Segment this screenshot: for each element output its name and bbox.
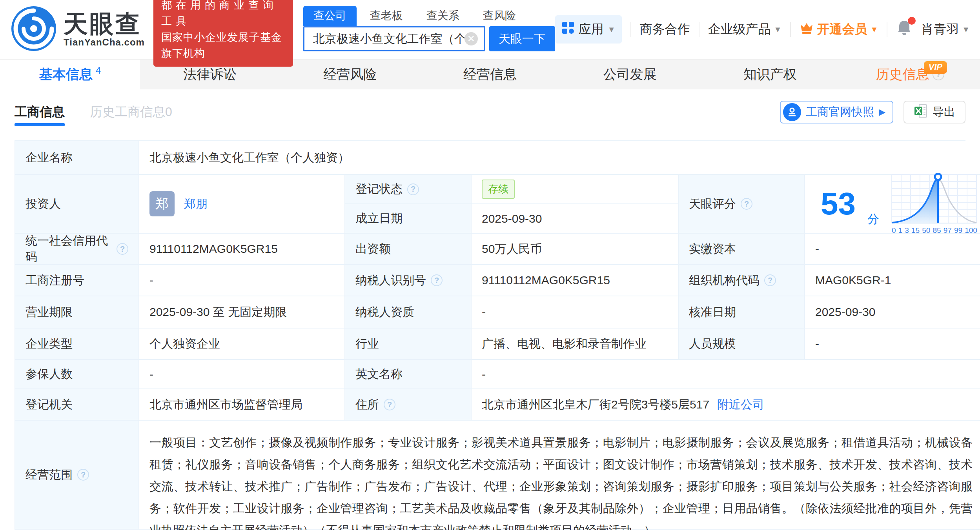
nav-enterprise-products[interactable]: 企业级产品 ▼ [708, 21, 782, 38]
help-icon[interactable]: ? [741, 198, 752, 210]
help-icon[interactable]: ? [77, 469, 89, 481]
brand-domain: TianYanCha.com [64, 37, 145, 48]
divider [887, 22, 887, 37]
subtab-business-info[interactable]: 工商信息 [15, 89, 65, 135]
help-icon[interactable]: ? [431, 274, 443, 286]
notification-bell-icon[interactable] [896, 19, 913, 40]
search-submit-button[interactable]: 天眼一下 [489, 26, 555, 51]
tianyancha-company-page: 天眼查 TianYanCha.com 都在用的商业查询工具 国家中小企业发展子基… [0, 0, 980, 530]
field-company-name-value: 北京极速小鱼文化工作室（个人独资） [139, 141, 980, 175]
field-approval-date-label: 核准日期 [679, 296, 805, 329]
field-company-name-label: 企业名称 [15, 141, 139, 175]
search-area: 查公司 查老板 查关系 查风险 ✕ 天眼一下 [303, 7, 555, 51]
field-term-label: 营业期限 [15, 296, 139, 329]
subsection-bar: 工商信息 历史工商信息0 工商官网快照 ▶ [0, 89, 980, 135]
help-icon[interactable]: ? [117, 243, 128, 255]
field-staff-size-value: - [805, 329, 980, 360]
subtab-history-business-info[interactable]: 历史工商信息0 [90, 89, 172, 135]
brand-name: 天眼查 [64, 11, 141, 37]
user-name: 肖青羽 [921, 21, 959, 38]
field-investor-label: 投资人 [15, 175, 139, 234]
field-company-type-label: 企业类型 [15, 329, 139, 360]
help-icon[interactable]: ? [407, 183, 419, 195]
field-address-value: 北京市通州区北皇木厂街2号院3号楼5层517 附近公司 [472, 389, 980, 421]
field-credit-code-label: 统一社会信用代码? [15, 234, 139, 265]
field-address-label: 住所? [345, 389, 472, 421]
help-icon[interactable]: ? [764, 274, 776, 286]
investor-avatar[interactable]: 郑 [149, 191, 175, 216]
field-score-label: 天眼评分? [679, 175, 805, 234]
field-taxpayer-id-label: 纳税人识别号? [345, 265, 472, 296]
field-investor-value: 郑 郑朋 [139, 175, 345, 234]
field-capital-label: 出资额 [345, 234, 472, 265]
field-org-code-label: 组织机构代码? [679, 265, 805, 296]
user-menu[interactable]: 肖青羽 ▼ [921, 21, 970, 38]
nav-business-cooperation[interactable]: 商务合作 [640, 21, 690, 38]
tab-company-development[interactable]: 公司发展 [560, 60, 700, 89]
field-industry-label: 行业 [345, 329, 472, 360]
field-est-date-label: 成立日期 [345, 204, 472, 234]
field-paid-capital-label: 实缴资本 [679, 234, 805, 265]
apps-menu[interactable]: 应用 ▼ [555, 15, 622, 44]
tab-count-badge: 4 [96, 65, 101, 76]
field-reg-status-label: 登记状态? [345, 175, 472, 204]
field-score-value: 53 分 [805, 175, 980, 234]
slogan-line1: 都在用的商业查询工具 [161, 0, 285, 29]
divider [699, 22, 699, 37]
field-reg-status-value: 存续 [472, 175, 679, 204]
crown-icon [800, 22, 814, 37]
logo-swirl-icon [10, 5, 57, 54]
official-snapshot-button[interactable]: 工商官网快照 ▶ [780, 101, 893, 123]
slogan-line2: 国家中小企业发展子基金旗下机构 [161, 29, 285, 62]
field-taxpayer-id-value: 91110112MAG0K5GR15 [472, 265, 679, 296]
tab-intellectual-property[interactable]: 知识产权 [700, 60, 840, 89]
search-box: ✕ [303, 26, 485, 51]
field-authority-label: 登记机关 [15, 389, 139, 421]
stamp-icon [783, 103, 801, 121]
field-est-date-value: 2025-09-30 [472, 204, 679, 234]
chevron-down-icon: ▼ [962, 25, 970, 34]
search-tab-relation[interactable]: 查关系 [416, 6, 470, 26]
search-tabs: 查公司 查老板 查关系 查风险 [303, 7, 555, 26]
tab-legal-litigation[interactable]: 法律诉讼 [140, 60, 280, 89]
nav-open-vip[interactable]: 开通会员 ▼ [800, 21, 878, 38]
field-staff-size-label: 人员规模 [679, 329, 805, 360]
section-tabs: 基本信息 4 法律诉讼 经营风险 经营信息 公司发展 知识产权 历史信息 ? V… [0, 59, 980, 89]
field-term-value: 2025-09-30 至 无固定期限 [139, 296, 345, 329]
field-english-name-label: 英文名称 [345, 360, 472, 389]
search-tab-company[interactable]: 查公司 [303, 6, 357, 26]
nearby-companies-link[interactable]: 附近公司 [717, 397, 764, 413]
field-scope-value: 一般项目：文艺创作；摄像及视频制作服务；专业设计服务；影视美术道具置景服务；电影… [139, 421, 980, 530]
brand-slogan-banner: 都在用的商业查询工具 国家中小企业发展子基金旗下机构 [153, 0, 293, 67]
tab-basic-info[interactable]: 基本信息 4 [0, 60, 140, 89]
field-taxpayer-quality-value: - [472, 296, 679, 329]
investor-name-link[interactable]: 郑朋 [184, 196, 208, 212]
divider [630, 22, 631, 37]
field-paid-capital-value: - [805, 234, 980, 265]
chevron-down-icon: ▼ [870, 25, 878, 34]
search-tab-boss[interactable]: 查老板 [360, 6, 413, 26]
clear-search-icon[interactable]: ✕ [464, 32, 478, 45]
field-approval-date-value: 2025-09-30 [805, 296, 980, 329]
tab-history-info[interactable]: 历史信息 ? VIP [840, 60, 980, 89]
brand-logo[interactable]: 天眼查 TianYanCha.com [10, 5, 145, 54]
business-info-table: 企业名称 北京极速小鱼文化工作室（个人独资） 投资人 郑 郑朋 登记状态? 存续… [15, 140, 965, 530]
tab-operation-risk[interactable]: 经营风险 [280, 60, 420, 89]
field-credit-code-value: 91110112MAG0K5GR15 [139, 234, 345, 265]
score-unit: 分 [867, 211, 879, 227]
divider [790, 22, 791, 37]
search-input[interactable] [313, 32, 464, 45]
field-capital-value: 50万人民币 [472, 234, 679, 265]
help-icon[interactable]: ? [384, 399, 395, 410]
field-authority-value: 北京市通州区市场监督管理局 [139, 389, 345, 421]
status-badge: 存续 [482, 180, 515, 199]
export-button[interactable]: 导出 [903, 101, 965, 123]
score-number: 53 [821, 188, 856, 220]
search-tab-risk[interactable]: 查风险 [473, 6, 526, 26]
score-chart: 01 315 5085 9799 100 [891, 173, 978, 235]
field-english-name-value: - [472, 360, 980, 389]
header: 天眼查 TianYanCha.com 都在用的商业查询工具 国家中小企业发展子基… [0, 0, 980, 59]
header-nav: 应用 ▼ 商务合作 企业级产品 ▼ 开通会员 ▼ [555, 15, 970, 44]
tab-operation-info[interactable]: 经营信息 [420, 60, 560, 89]
notification-dot [908, 17, 916, 25]
